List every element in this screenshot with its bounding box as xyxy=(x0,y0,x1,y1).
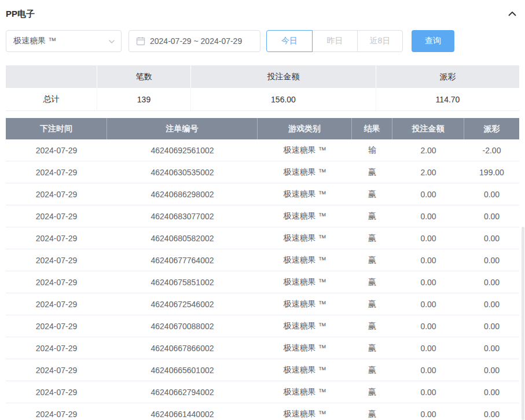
cell-result: 赢 xyxy=(352,337,392,359)
cell-order-id: 46240686298002 xyxy=(107,183,258,205)
table-row[interactable]: 2024-07-29 46240675851002 极速糖果 ™ 赢 0.00 … xyxy=(6,271,519,293)
cell-bet-time: 2024-07-29 xyxy=(6,293,107,315)
pp-electronic-panel: PP电子 极速糖果 ™ 2024-07-29 ~ 2024-07-29 今日 xyxy=(0,0,525,420)
cell-bet-time: 2024-07-29 xyxy=(6,381,107,403)
cell-order-id: 46240672546002 xyxy=(107,293,258,315)
cell-order-id: 46240675851002 xyxy=(107,271,258,293)
cell-bet-time: 2024-07-29 xyxy=(6,337,107,359)
cell-payout: 0.00 xyxy=(464,403,519,420)
cell-result: 赢 xyxy=(352,381,392,403)
cell-payout: 0.00 xyxy=(464,293,519,315)
summary-header-count: 笔数 xyxy=(97,65,191,88)
cell-bet-time: 2024-07-29 xyxy=(6,249,107,271)
cell-order-id: 46240677764002 xyxy=(107,249,258,271)
summary-header-blank xyxy=(6,65,97,88)
table-row[interactable]: 2024-07-29 46240672546002 极速糖果 ™ 赢 0.00 … xyxy=(6,293,519,315)
cell-game-type: 极速糖果 ™ xyxy=(258,381,352,403)
summary-header-bet-amount: 投注金额 xyxy=(191,65,376,88)
cell-result: 赢 xyxy=(352,315,392,337)
chevron-down-icon xyxy=(108,38,115,45)
cell-payout: 0.00 xyxy=(464,205,519,227)
game-select-value: 极速糖果 ™ xyxy=(13,36,56,46)
cell-bet-amount: 0.00 xyxy=(392,205,464,227)
cell-order-id: 46240683077002 xyxy=(107,205,258,227)
table-row[interactable]: 2024-07-29 46240692561002 极速糖果 ™ 输 2.00 … xyxy=(6,139,519,161)
date-range-value: 2024-07-29 ~ 2024-07-29 xyxy=(150,36,242,46)
table-row[interactable]: 2024-07-29 46240683077002 极速糖果 ™ 赢 0.00 … xyxy=(6,205,519,227)
cell-bet-amount: 0.00 xyxy=(392,403,464,420)
cell-order-id: 46240661440002 xyxy=(107,403,258,420)
cell-order-id: 46240667866002 xyxy=(107,337,258,359)
cell-order-id: 46240670088002 xyxy=(107,315,258,337)
cell-bet-amount: 0.00 xyxy=(392,359,464,381)
calendar-icon xyxy=(136,36,145,46)
cell-result: 赢 xyxy=(352,205,392,227)
cell-game-type: 极速糖果 ™ xyxy=(258,161,352,183)
bet-records-table: 下注时间 注单编号 游戏类别 结果 投注金额 派彩 2024-07-29 462… xyxy=(6,118,519,420)
cell-result: 赢 xyxy=(352,183,392,205)
cell-game-type: 极速糖果 ™ xyxy=(258,249,352,271)
cell-payout: 0.00 xyxy=(464,183,519,205)
header-payout: 派彩 xyxy=(464,118,519,139)
summary-table: 笔数 投注金额 派彩 总计 139 156.00 114.70 xyxy=(6,65,519,111)
table-row[interactable]: 2024-07-29 46240670088002 极速糖果 ™ 赢 0.00 … xyxy=(6,315,519,337)
cell-payout: 0.00 xyxy=(464,227,519,249)
cell-bet-time: 2024-07-29 xyxy=(6,227,107,249)
cell-order-id: 46240662794002 xyxy=(107,381,258,403)
table-row[interactable]: 2024-07-29 46240661440002 极速糖果 ™ 赢 0.00 … xyxy=(6,403,519,420)
header-bet-amount: 投注金额 xyxy=(392,118,464,139)
summary-header-row: 笔数 投注金额 派彩 xyxy=(6,65,519,88)
table-header-row: 下注时间 注单编号 游戏类别 结果 投注金额 派彩 xyxy=(6,118,519,139)
cell-bet-time: 2024-07-29 xyxy=(6,161,107,183)
cell-result: 赢 xyxy=(352,249,392,271)
yesterday-button[interactable]: 昨日 xyxy=(312,30,358,52)
cell-bet-amount: 0.00 xyxy=(392,183,464,205)
cell-bet-time: 2024-07-29 xyxy=(6,403,107,420)
cell-payout: 0.00 xyxy=(464,249,519,271)
header-game-type: 游戏类别 xyxy=(258,118,352,139)
filter-bar: 极速糖果 ™ 2024-07-29 ~ 2024-07-29 今日 昨日 近8日… xyxy=(6,30,519,52)
cell-bet-time: 2024-07-29 xyxy=(6,359,107,381)
cell-game-type: 极速糖果 ™ xyxy=(258,359,352,381)
cell-result: 赢 xyxy=(352,403,392,420)
table-row[interactable]: 2024-07-29 46240680582002 极速糖果 ™ 赢 0.00 … xyxy=(6,227,519,249)
cell-game-type: 极速糖果 ™ xyxy=(258,227,352,249)
summary-total-bet-amount: 156.00 xyxy=(191,88,376,111)
cell-bet-amount: 0.00 xyxy=(392,249,464,271)
chevron-up-icon xyxy=(508,9,517,19)
table-row[interactable]: 2024-07-29 46240665601002 极速糖果 ™ 赢 0.00 … xyxy=(6,359,519,381)
cell-result: 赢 xyxy=(352,161,392,183)
cell-bet-time: 2024-07-29 xyxy=(6,183,107,205)
cell-result: 赢 xyxy=(352,293,392,315)
summary-total-payout: 114.70 xyxy=(376,88,519,111)
last-8-days-button[interactable]: 近8日 xyxy=(357,30,403,52)
scrollbar-thumb[interactable] xyxy=(522,227,524,420)
cell-payout: 0.00 xyxy=(464,271,519,293)
quick-range-group: 今日 昨日 近8日 xyxy=(266,30,403,52)
cell-bet-amount: 2.00 xyxy=(392,139,464,161)
search-button[interactable]: 查询 xyxy=(412,30,454,52)
cell-order-id: 46240692561002 xyxy=(107,139,258,161)
panel-title: PP电子 xyxy=(6,9,35,20)
date-range-input[interactable]: 2024-07-29 ~ 2024-07-29 xyxy=(129,30,260,52)
header-bet-time: 下注时间 xyxy=(6,118,107,139)
summary-header-payout: 派彩 xyxy=(376,65,519,88)
table-body: 2024-07-29 46240692561002 极速糖果 ™ 输 2.00 … xyxy=(6,139,519,420)
cell-game-type: 极速糖果 ™ xyxy=(258,315,352,337)
cell-payout: 0.00 xyxy=(464,337,519,359)
table-row[interactable]: 2024-07-29 46240630535002 极速糖果 ™ 赢 2.00 … xyxy=(6,161,519,183)
cell-order-id: 46240665601002 xyxy=(107,359,258,381)
table-row[interactable]: 2024-07-29 46240662794002 极速糖果 ™ 赢 0.00 … xyxy=(6,381,519,403)
cell-payout: 0.00 xyxy=(464,381,519,403)
table-row[interactable]: 2024-07-29 46240667866002 极速糖果 ™ 赢 0.00 … xyxy=(6,337,519,359)
collapse-button[interactable] xyxy=(508,9,519,19)
today-button[interactable]: 今日 xyxy=(266,30,313,52)
table-row[interactable]: 2024-07-29 46240677764002 极速糖果 ™ 赢 0.00 … xyxy=(6,249,519,271)
cell-game-type: 极速糖果 ™ xyxy=(258,205,352,227)
cell-bet-amount: 0.00 xyxy=(392,227,464,249)
game-select[interactable]: 极速糖果 ™ xyxy=(6,30,122,52)
table-row[interactable]: 2024-07-29 46240686298002 极速糖果 ™ 赢 0.00 … xyxy=(6,183,519,205)
cell-result: 赢 xyxy=(352,271,392,293)
cell-order-id: 46240630535002 xyxy=(107,161,258,183)
cell-game-type: 极速糖果 ™ xyxy=(258,139,352,161)
